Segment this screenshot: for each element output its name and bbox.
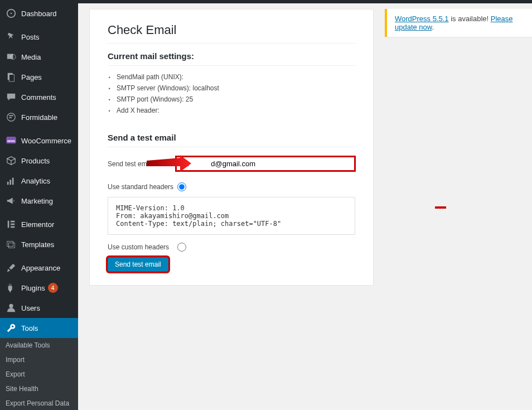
test-email-input[interactable] bbox=[176, 156, 355, 171]
sidebar-label: Dashboard bbox=[21, 9, 57, 18]
admin-sidebar: Dashboard Posts Media Pages Comments For… bbox=[0, 3, 78, 410]
page-title: Check Email bbox=[108, 23, 355, 44]
svg-rect-7 bbox=[9, 115, 13, 116]
svg-rect-15 bbox=[11, 221, 14, 223]
smtp-port-row: SMTP port (Windows): 25 bbox=[117, 94, 355, 105]
sidebar-item-analytics[interactable]: Analytics bbox=[0, 171, 78, 191]
sidebar-label: Elementor bbox=[21, 220, 54, 229]
custom-headers-radio[interactable] bbox=[177, 243, 186, 252]
svg-marker-29 bbox=[147, 155, 191, 172]
sidebar-item-elementor[interactable]: Elementor bbox=[0, 214, 78, 234]
sidebar-label: Comments bbox=[21, 93, 56, 102]
standard-headers-label: Use standard headers bbox=[108, 183, 177, 191]
brush-icon bbox=[6, 262, 17, 273]
sidebar-label: Products bbox=[21, 157, 50, 165]
settings-list: SendMail path (UNIX): SMTP server (Windo… bbox=[108, 71, 355, 116]
sidebar-item-comments[interactable]: Comments bbox=[0, 87, 78, 107]
analytics-icon bbox=[6, 175, 17, 186]
sidebar-item-templates[interactable]: Templates bbox=[0, 234, 78, 254]
sidebar-label: Analytics bbox=[21, 177, 50, 185]
submenu-export-personal-data[interactable]: Export Personal Data bbox=[0, 396, 78, 410]
sidebar-label: Posts bbox=[21, 33, 40, 41]
sidebar-item-tools[interactable]: Tools bbox=[0, 318, 78, 338]
annotation-mark bbox=[435, 206, 446, 209]
settings-heading: Current mail settings: bbox=[108, 51, 355, 66]
svg-rect-18 bbox=[7, 242, 13, 247]
sidebar-label: Tools bbox=[21, 324, 38, 332]
send-test-heading: Send a test email bbox=[108, 133, 355, 147]
submenu-import[interactable]: Import bbox=[0, 353, 78, 367]
templates-icon bbox=[6, 239, 17, 250]
sidebar-item-media[interactable]: Media bbox=[0, 47, 78, 67]
products-icon bbox=[6, 155, 17, 166]
megaphone-icon bbox=[6, 195, 17, 206]
submenu-export[interactable]: Export bbox=[0, 367, 78, 382]
standard-headers-radio[interactable] bbox=[177, 182, 186, 191]
svg-rect-14 bbox=[8, 221, 9, 228]
sidebar-item-products[interactable]: Products bbox=[0, 151, 78, 171]
sidebar-item-dashboard[interactable]: Dashboard bbox=[0, 3, 78, 23]
comments-icon bbox=[6, 91, 17, 103]
sidebar-label: Templates bbox=[21, 240, 54, 249]
sidebar-label: Pages bbox=[21, 73, 42, 81]
elementor-icon bbox=[6, 219, 17, 230]
sidebar-item-users[interactable]: Users bbox=[0, 298, 78, 318]
sidebar-label: Marketing bbox=[21, 197, 53, 205]
wrench-icon bbox=[6, 322, 17, 334]
users-icon bbox=[6, 302, 17, 313]
tools-submenu: Available Tools Import Export Site Healt… bbox=[0, 338, 78, 410]
sidebar-item-marketing[interactable]: Marketing bbox=[0, 191, 78, 211]
sidebar-item-appearance[interactable]: Appearance bbox=[0, 258, 78, 278]
sidebar-label: Users bbox=[21, 304, 40, 312]
svg-rect-16 bbox=[11, 224, 14, 225]
send-test-email-button[interactable]: Send test email bbox=[108, 257, 168, 272]
check-email-panel: Check Email Current mail settings: SendM… bbox=[89, 9, 374, 286]
submenu-site-health[interactable]: Site Health bbox=[0, 382, 78, 396]
svg-rect-17 bbox=[11, 226, 14, 228]
headers-preview: MIME-Version: 1.0 From: akayamishiro@gma… bbox=[108, 197, 355, 235]
sidebar-item-plugins[interactable]: Plugins 4 bbox=[0, 278, 78, 298]
svg-point-1 bbox=[11, 13, 12, 15]
sidebar-item-pages[interactable]: Pages bbox=[0, 67, 78, 87]
wordpress-version-link[interactable]: WordPress 5.5.1 bbox=[395, 15, 449, 23]
plugin-icon bbox=[6, 282, 17, 293]
media-icon bbox=[6, 51, 17, 62]
svg-rect-12 bbox=[9, 180, 11, 185]
pages-icon bbox=[6, 71, 17, 83]
sidebar-item-woocommerce[interactable]: woo WooCommerce bbox=[0, 131, 78, 151]
annotation-arrow bbox=[141, 155, 191, 172]
dashboard-icon bbox=[6, 8, 17, 19]
smtp-server-row: SMTP server (Windows): localhost bbox=[117, 83, 355, 94]
svg-rect-13 bbox=[12, 178, 14, 185]
sidebar-item-formidable[interactable]: Formidable bbox=[0, 107, 78, 127]
formidable-icon bbox=[6, 112, 17, 123]
svg-text:woo: woo bbox=[7, 139, 15, 143]
svg-rect-19 bbox=[9, 243, 15, 248]
sidebar-label: Appearance bbox=[21, 264, 60, 272]
sidebar-label: WooCommerce bbox=[21, 137, 71, 145]
sendmail-path-row: SendMail path (UNIX): bbox=[117, 71, 355, 83]
svg-rect-8 bbox=[9, 117, 12, 118]
custom-headers-label: Use custom headers bbox=[108, 243, 177, 251]
svg-rect-20 bbox=[9, 290, 11, 293]
svg-rect-11 bbox=[7, 182, 9, 185]
woocommerce-icon: woo bbox=[6, 135, 17, 146]
svg-rect-5 bbox=[9, 75, 14, 82]
submenu-available-tools[interactable]: Available Tools bbox=[0, 338, 78, 353]
sidebar-item-posts[interactable]: Posts bbox=[0, 27, 78, 47]
pin-icon bbox=[6, 31, 17, 42]
update-notice: WordPress 5.5.1 is available! Please upd… bbox=[385, 9, 532, 37]
sidebar-label: Plugins bbox=[21, 284, 45, 292]
plugins-update-badge: 4 bbox=[48, 283, 58, 293]
sidebar-label: Formidable bbox=[21, 113, 57, 122]
sidebar-label: Media bbox=[21, 53, 41, 61]
svg-point-21 bbox=[9, 304, 13, 308]
xheader-row: Add X header: bbox=[117, 105, 355, 116]
